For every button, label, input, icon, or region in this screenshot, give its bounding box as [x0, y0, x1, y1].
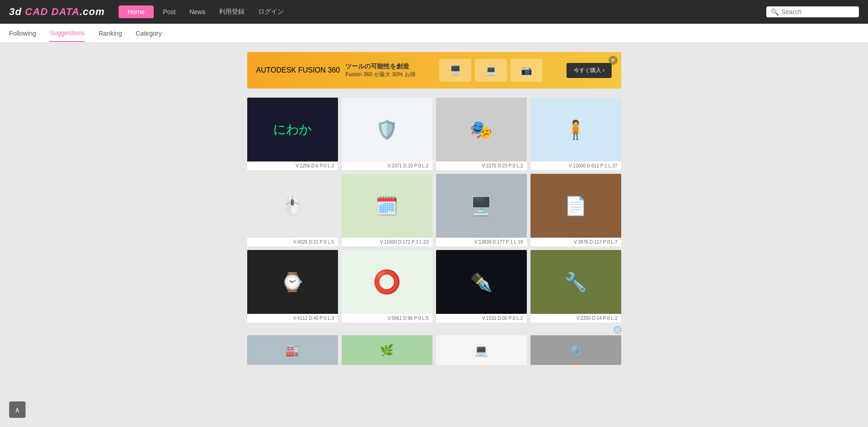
ad-banner: AUTODESK FUSION 360 ツールの可能性を創造 Fusion 36… — [247, 52, 621, 89]
main-nav: Home Post News 利用登録 ログイン — [119, 5, 753, 18]
item-image: ⚙️ — [530, 335, 621, 365]
item-stats: V:2256 D:6 P:0 L:2 — [247, 161, 338, 170]
register-link[interactable]: 利用登録 — [214, 8, 249, 16]
item-image: 🧍 — [530, 98, 621, 161]
ad-line1: ツールの可能性を創造 — [345, 62, 415, 71]
list-item[interactable]: にわか V:2256 D:6 P:0 L:2 — [247, 98, 338, 170]
list-item[interactable]: ⚙️ — [530, 335, 621, 365]
list-item[interactable]: ⌚ V:4112 D:40 P:0 L:3 — [247, 250, 338, 323]
item-image: ⭕ — [342, 250, 432, 314]
item-stats: V:5661 D:96 P:0 L:5 — [342, 314, 432, 323]
item-stats: V:12000 D:611 P:1 L:37 — [530, 161, 621, 170]
ad-left: AUTODESK FUSION 360 ツールの可能性を創造 Fusion 36… — [256, 62, 416, 78]
ad-logo: AUTODESK FUSION 360 — [256, 66, 340, 74]
news-link[interactable]: News — [185, 8, 210, 16]
tab-following[interactable]: Following — [9, 25, 36, 42]
item-image: にわか — [247, 98, 338, 161]
item-stats: V:3976 D:117 P:0 L:7 — [530, 238, 621, 246]
list-item[interactable]: 🗓️ V:11600 D:172 P:1 L:23 — [342, 174, 432, 246]
partial-row: 🏭 🌿 💻 ⚙️ — [247, 335, 621, 365]
ad-brand: AUTODESK FUSION 360 — [256, 66, 340, 74]
login-link[interactable]: ログイン — [254, 8, 288, 16]
item-image: 💻 — [436, 335, 527, 365]
list-item[interactable]: 🏭 — [247, 335, 338, 365]
ad-close-button[interactable]: ✕ — [608, 56, 618, 65]
ad-text: ツールの可能性を創造 Fusion 360 が最大 30% お得 — [345, 62, 415, 78]
ad-buy-button[interactable]: 今すぐ購入 › — [567, 63, 612, 78]
main-content: AUTODESK FUSION 360 ツールの可能性を創造 Fusion 36… — [247, 43, 621, 374]
item-image: 🗓️ — [342, 174, 432, 238]
item-image: 🔧 — [530, 250, 621, 314]
list-item[interactable]: 🛡️ V:2371 D:10 P:0 L:2 — [342, 98, 432, 170]
info-icon: ⓘ — [614, 326, 621, 333]
item-stats: V:4112 D:40 P:0 L:3 — [247, 314, 338, 323]
list-item[interactable]: 💻 — [436, 335, 527, 365]
list-item[interactable]: 🧍 V:12000 D:611 P:1 L:37 — [530, 98, 621, 170]
tab-category[interactable]: Category — [136, 25, 162, 42]
home-button[interactable]: Home — [119, 5, 154, 18]
search-input[interactable] — [781, 8, 854, 16]
grid-row-2: 🖱️ V:4026 D:21 P:0 L:5 🗓️ V:11600 D:172 … — [247, 174, 621, 246]
tab-ranking[interactable]: Ranking — [99, 25, 122, 42]
list-item[interactable]: 📄 V:3976 D:117 P:0 L:7 — [530, 174, 621, 246]
scroll-top-button[interactable]: ∧ — [9, 401, 26, 418]
list-item[interactable]: ✒️ V:1531 D:30 P:0 L:2 — [436, 250, 527, 323]
item-stats: V:2250 D:14 P:0 L:2 — [530, 314, 621, 323]
item-image: ⌚ — [247, 250, 338, 314]
grid-row-3: ⌚ V:4112 D:40 P:0 L:3 ⭕ V:5661 D:96 P:0 … — [247, 250, 621, 323]
ad-image-2: 💻 — [475, 59, 507, 82]
item-image: 📄 — [530, 174, 621, 238]
search-icon: 🔍 — [771, 8, 779, 16]
site-logo[interactable]: 3d CAD DATA.com — [9, 6, 105, 18]
item-image: 🛡️ — [342, 98, 432, 161]
post-link[interactable]: Post — [158, 8, 180, 16]
item-image: 🎭 — [436, 98, 527, 161]
tab-suggestions[interactable]: Suggestions — [50, 25, 85, 42]
grid-row-1: にわか V:2256 D:6 P:0 L:2 🛡️ V:2371 D:10 P:… — [247, 98, 621, 170]
list-item[interactable]: 🖱️ V:4026 D:21 P:0 L:5 — [247, 174, 338, 246]
item-image: 🏭 — [247, 335, 338, 365]
ad-image-1: 🖥️ — [439, 59, 471, 82]
item-stats: V:11600 D:172 P:1 L:23 — [342, 238, 432, 246]
ad-info-row: ⓘ — [247, 326, 621, 333]
ad-line2: Fusion 360 が最大 30% お得 — [345, 71, 415, 78]
ad-images: 🖥️ 💻 📷 — [439, 59, 542, 82]
list-item[interactable]: ⭕ V:5661 D:96 P:0 L:5 — [342, 250, 432, 323]
list-item[interactable]: 🖥️ V:13839 D:177 P:1 L:19 — [436, 174, 527, 246]
ad-image-3: 📷 — [510, 59, 542, 82]
item-stats: V:13839 D:177 P:1 L:19 — [436, 238, 527, 246]
header: 3d CAD DATA.com Home Post News 利用登録 ログイン… — [0, 0, 868, 24]
sub-nav: Following Suggestions Ranking Category — [0, 24, 868, 43]
item-image: 🖱️ — [247, 174, 338, 238]
list-item[interactable]: 🎭 V:2275 D:23 P:0 L:2 — [436, 98, 527, 170]
list-item[interactable]: 🌿 — [342, 335, 432, 365]
list-item[interactable]: 🔧 V:2250 D:14 P:0 L:2 — [530, 250, 621, 323]
item-image: 🖥️ — [436, 174, 527, 238]
item-stats: V:2275 D:23 P:0 L:2 — [436, 161, 527, 170]
item-image: ✒️ — [436, 250, 527, 314]
item-stats: V:4026 D:21 P:0 L:5 — [247, 238, 338, 246]
search-container: 🔍 — [766, 6, 859, 17]
item-stats: V:2371 D:10 P:0 L:2 — [342, 161, 432, 170]
item-image: 🌿 — [342, 335, 432, 365]
item-stats: V:1531 D:30 P:0 L:2 — [436, 314, 527, 323]
